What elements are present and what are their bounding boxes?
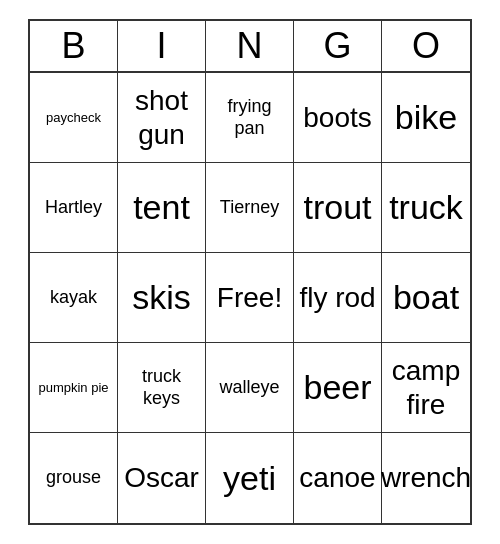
cell-text: paycheck — [46, 110, 101, 126]
cell-text: grouse — [46, 467, 101, 489]
bingo-cell: tent — [118, 163, 206, 253]
bingo-cell: Oscar — [118, 433, 206, 523]
cell-text: camp fire — [386, 354, 466, 421]
cell-text: bike — [395, 97, 457, 138]
cell-text: tent — [133, 187, 190, 228]
bingo-cell: walleye — [206, 343, 294, 433]
bingo-cell: shot gun — [118, 73, 206, 163]
cell-text: boat — [393, 277, 459, 318]
bingo-grid: paycheckshot gunfrying panbootsbikeHartl… — [30, 73, 470, 523]
bingo-cell: Hartley — [30, 163, 118, 253]
bingo-cell: beer — [294, 343, 382, 433]
cell-text: kayak — [50, 287, 97, 309]
bingo-cell: paycheck — [30, 73, 118, 163]
bingo-cell: truck — [382, 163, 470, 253]
bingo-cell: frying pan — [206, 73, 294, 163]
bingo-cell: canoe — [294, 433, 382, 523]
cell-text: pumpkin pie — [38, 380, 108, 396]
cell-text: Free! — [217, 281, 282, 315]
cell-text: yeti — [223, 458, 276, 499]
bingo-cell: pumpkin pie — [30, 343, 118, 433]
bingo-cell: skis — [118, 253, 206, 343]
cell-text: boots — [303, 101, 372, 135]
bingo-cell: wrench — [382, 433, 470, 523]
bingo-cell: grouse — [30, 433, 118, 523]
bingo-cell: fly rod — [294, 253, 382, 343]
cell-text: truck — [389, 187, 463, 228]
cell-text: canoe — [299, 461, 375, 495]
bingo-cell: boat — [382, 253, 470, 343]
cell-text: frying pan — [210, 96, 289, 139]
header-letter: O — [382, 21, 470, 71]
cell-text: skis — [132, 277, 191, 318]
bingo-cell: boots — [294, 73, 382, 163]
bingo-card: BINGO paycheckshot gunfrying panbootsbik… — [28, 19, 472, 525]
header-letter: I — [118, 21, 206, 71]
cell-text: fly rod — [299, 281, 375, 315]
header-letter: B — [30, 21, 118, 71]
bingo-cell: yeti — [206, 433, 294, 523]
bingo-cell: kayak — [30, 253, 118, 343]
cell-text: truck keys — [122, 366, 201, 409]
cell-text: Oscar — [124, 461, 199, 495]
bingo-header: BINGO — [30, 21, 470, 73]
cell-text: Tierney — [220, 197, 279, 219]
cell-text: trout — [303, 187, 371, 228]
bingo-cell: camp fire — [382, 343, 470, 433]
cell-text: shot gun — [122, 84, 201, 151]
cell-text: walleye — [219, 377, 279, 399]
header-letter: G — [294, 21, 382, 71]
cell-text: Hartley — [45, 197, 102, 219]
cell-text: wrench — [381, 461, 471, 495]
bingo-cell: trout — [294, 163, 382, 253]
cell-text: beer — [303, 367, 371, 408]
bingo-cell: bike — [382, 73, 470, 163]
bingo-cell: Free! — [206, 253, 294, 343]
bingo-cell: truck keys — [118, 343, 206, 433]
header-letter: N — [206, 21, 294, 71]
bingo-cell: Tierney — [206, 163, 294, 253]
